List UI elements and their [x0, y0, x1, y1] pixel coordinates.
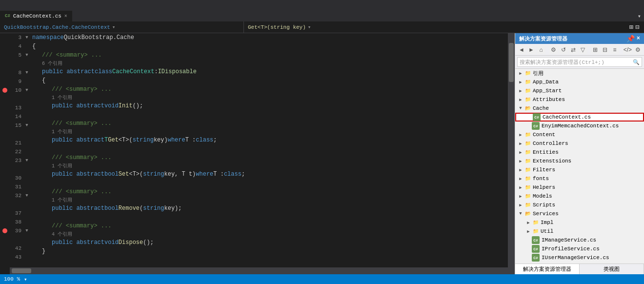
tree-item-imanage[interactable]: C# IManageService.cs: [515, 236, 644, 244]
nav-collapse-icon[interactable]: ⊟: [635, 23, 639, 31]
fold-3[interactable]: ▼: [23, 35, 30, 40]
margin-line-7: [0, 86, 10, 95]
margin-line-10: [0, 112, 10, 121]
nav-expand-icon[interactable]: ⊞: [629, 23, 633, 31]
filters-folder-icon: 📁: [524, 166, 532, 174]
linenum-38: 38: [10, 218, 30, 226]
tree-item-cachecontext[interactable]: C# CacheContext.cs: [515, 113, 644, 122]
tree-item-models[interactable]: ▶ 📁 Models: [515, 192, 644, 201]
tab-overflow-button[interactable]: ▾: [635, 11, 644, 21]
code-line-refcount6: 4 个引用: [32, 230, 508, 238]
se-footer-tab-classview[interactable]: 类视图: [580, 264, 644, 274]
scroll-thumb[interactable]: [509, 43, 514, 82]
se-header: 解决方案资源管理器 📌 ×: [515, 33, 644, 44]
se-tree[interactable]: ▶ 📁 引用 ▶ 📁 App_Data ▶ 📁 App_Start ▶ 📁 At…: [515, 69, 644, 264]
fold-23[interactable]: ▼: [23, 158, 30, 163]
se-back-btn[interactable]: ◄: [517, 45, 526, 54]
services-folder-icon: 📂: [524, 210, 532, 218]
se-sync-btn[interactable]: ⇄: [569, 45, 578, 54]
se-close-button[interactable]: ×: [637, 35, 640, 42]
nav-method[interactable]: Get<T>(string key) ▾: [244, 21, 624, 33]
tree-item-extensions[interactable]: ▶ 📁 Extenstsions: [515, 157, 644, 165]
fold-10[interactable]: ▼: [23, 88, 30, 93]
tree-item-attributes[interactable]: ▶ 📁 Attributes: [515, 95, 644, 104]
tree-item-appstart[interactable]: ▶ 📁 App_Start: [515, 86, 644, 95]
margin-line-26: [0, 253, 10, 262]
fold-39[interactable]: ▼: [23, 228, 30, 233]
se-search-box[interactable]: 搜索解决方案资源管理器(Ctrl+;) 🔍: [517, 57, 642, 67]
se-collapse-all-btn[interactable]: ⊟: [601, 45, 609, 54]
tree-arrow-content: ▶: [517, 132, 524, 138]
se-filter-btn[interactable]: ▽: [579, 45, 587, 54]
code-text-area[interactable]: namespace QuickBootstrap.Cache { /// <su…: [30, 33, 508, 267]
code-line-13: public abstract void Init();: [32, 101, 508, 110]
tree-item-cache[interactable]: ▼ 📂 Cache: [515, 104, 644, 113]
tree-item-entities[interactable]: ▶ 📁 Entities: [515, 148, 644, 157]
linenum-39: 39 ▼: [10, 226, 30, 235]
se-forward-btn[interactable]: ►: [527, 45, 536, 54]
tree-item-services[interactable]: ▼ 📂 Services: [515, 209, 644, 218]
nav-method-dropdown[interactable]: ▾: [308, 24, 311, 30]
tree-item-ref[interactable]: ▶ 📁 引用: [515, 69, 644, 78]
se-footer-tab-solution[interactable]: 解决方案资源管理器: [515, 264, 580, 274]
se-properties-btn[interactable]: ⚙: [549, 45, 558, 54]
margin-line-13: [0, 139, 10, 147]
tree-item-iprofile[interactable]: C# IProfileService.cs: [515, 244, 644, 253]
hscroll-thumb[interactable]: [12, 268, 31, 273]
tree-item-iusermanage[interactable]: C# IUserManageService.cs: [515, 253, 644, 262]
tree-item-impl[interactable]: ▶ 📁 Impl: [515, 218, 644, 227]
margin-line-15: [0, 156, 10, 165]
tree-item-appdata[interactable]: ▶ 📁 App_Data: [515, 78, 644, 86]
se-props2-btn[interactable]: ≡: [610, 45, 619, 54]
se-home-btn[interactable]: ⌂: [537, 45, 545, 54]
tree-item-fonts[interactable]: ▶ 📁 fonts: [515, 174, 644, 183]
tree-item-content[interactable]: ▶ 📁 Content: [515, 130, 644, 139]
left-margin: [0, 33, 10, 274]
tree-item-filters[interactable]: ▶ 📁 Filters: [515, 165, 644, 174]
se-toolbar: ◄ ► ⌂ ⚙ ↺ ⇄ ▽ ⊞ ⊟ ≡ </> ⚙: [515, 44, 644, 56]
scripts-folder-icon: 📁: [524, 201, 532, 209]
code-line-31: [32, 179, 508, 187]
horizontal-scrollbar[interactable]: [10, 267, 515, 274]
tree-label-iusermanage: IUserManageService.cs: [542, 255, 609, 261]
nav-path[interactable]: QuickBootstrap.Cache.CacheContext ▾: [0, 21, 244, 33]
vertical-scrollbar[interactable]: [508, 33, 515, 267]
fonts-folder-icon: 📁: [524, 175, 532, 183]
se-refresh-btn[interactable]: ↺: [559, 45, 568, 54]
se-pin-button[interactable]: 📌: [626, 35, 635, 43]
fold-15[interactable]: ▼: [23, 123, 30, 128]
se-show-all-btn[interactable]: ⊞: [591, 45, 600, 54]
tree-label-impl: Impl: [541, 220, 553, 225]
fold-32[interactable]: ▼: [23, 193, 30, 198]
extensions-folder-icon: 📁: [524, 157, 532, 165]
linenum-refcount6: [10, 235, 30, 244]
se-code-btn[interactable]: </>: [623, 45, 632, 54]
margin-line-4: [0, 60, 10, 68]
tab-cachectx[interactable]: C# CacheContext.cs ×: [0, 11, 73, 21]
tree-label-cache: Cache: [533, 105, 549, 111]
tree-arrow-models: ▶: [517, 194, 524, 199]
tree-item-scripts[interactable]: ▶ 📁 Scripts: [515, 201, 644, 209]
linenum-refcount1: [10, 60, 30, 68]
se-settings-btn[interactable]: ⚙: [633, 45, 642, 54]
tree-label-cachecontext: CacheContext.cs: [543, 114, 591, 120]
cachecontext-cs-icon: C#: [533, 113, 541, 121]
nav-path-dropdown[interactable]: ▾: [112, 24, 116, 30]
code-line-42: public abstract void Dispose();: [32, 238, 508, 247]
linenum-8: 8 ▼: [10, 68, 30, 77]
tab-close-button[interactable]: ×: [64, 14, 67, 19]
code-editor[interactable]: 3 ▼ 4 5 ▼ 8 ▼: [10, 33, 515, 274]
fold-8[interactable]: ▼: [23, 70, 30, 75]
tree-item-helpers[interactable]: ▶ 📁 Helpers: [515, 183, 644, 192]
margin-line-24: [0, 235, 10, 244]
tree-item-util[interactable]: ▶ 📁 Util: [515, 227, 644, 236]
linenum-37: 37: [10, 209, 30, 218]
tree-item-controllers[interactable]: ▶ 📁 Controllers: [515, 139, 644, 148]
margin-line-2: [0, 42, 10, 51]
attributes-folder-icon: 📁: [524, 96, 532, 103]
tree-arrow-services: ▼: [517, 211, 524, 216]
se-search-icon: 🔍: [633, 59, 640, 65]
fold-5[interactable]: ▼: [23, 53, 30, 58]
tree-item-enyim[interactable]: C# EnyimMemcachedContext.cs: [515, 122, 644, 130]
tree-label-helpers: Helpers: [533, 184, 555, 190]
